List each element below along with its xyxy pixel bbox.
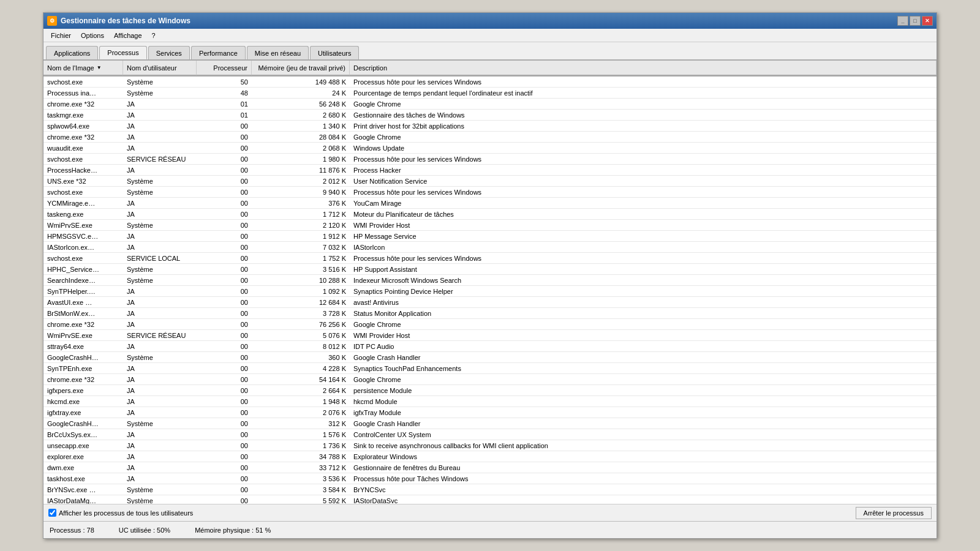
table-row[interactable]: YCMMirage.e… JA 00 376 K YouCam Mirage bbox=[43, 198, 937, 209]
cell-desc: avast! Antivirus bbox=[350, 298, 937, 307]
table-row[interactable]: svchost.exe Système 00 9 940 K Processus… bbox=[43, 187, 937, 198]
table-row[interactable]: hkcmd.exe JA 00 1 948 K hkcmd Module bbox=[43, 396, 937, 407]
cell-mem: 2 120 K bbox=[252, 221, 350, 230]
cell-name: ProcessHacke… bbox=[43, 166, 123, 174]
cell-cpu: 00 bbox=[197, 375, 252, 384]
menu-help[interactable]: ? bbox=[147, 31, 160, 40]
cell-name: WmiPrvSE.exe bbox=[43, 221, 123, 230]
table-row[interactable]: AvastUI.exe … JA 00 12 684 K avast! Anti… bbox=[43, 297, 937, 308]
table-row[interactable]: explorer.exe JA 00 34 788 K Explorateur … bbox=[43, 451, 937, 462]
table-row[interactable]: SearchIndexe… Système 00 10 288 K Indexe… bbox=[43, 275, 937, 286]
table-row[interactable]: HPMSGSVC.e… JA 00 1 912 K HP Message Ser… bbox=[43, 231, 937, 242]
cell-name: chrome.exe *32 bbox=[43, 375, 123, 384]
table-row[interactable]: taskhost.exe JA 00 3 536 K Processus hôt… bbox=[43, 473, 937, 484]
cell-desc: WMI Provider Host bbox=[350, 221, 937, 230]
cell-cpu: 00 bbox=[197, 452, 252, 461]
table-row[interactable]: taskmgr.exe JA 01 2 680 K Gestionnaire d… bbox=[43, 110, 937, 121]
cell-cpu: 00 bbox=[197, 210, 252, 219]
table-row[interactable]: svchost.exe SERVICE RÉSEAU 00 1 980 K Pr… bbox=[43, 154, 937, 165]
maximize-button[interactable]: □ bbox=[910, 16, 921, 26]
table-row[interactable]: HPHC_Service… Système 00 3 516 K HP Supp… bbox=[43, 264, 937, 275]
table-row[interactable]: chrome.exe *32 JA 00 54 164 K Google Chr… bbox=[43, 374, 937, 385]
show-all-processes-checkbox[interactable] bbox=[48, 509, 56, 517]
cell-desc: Google Chrome bbox=[350, 133, 937, 141]
table-row[interactable]: GoogleCrashH… Système 00 360 K Google Cr… bbox=[43, 352, 937, 363]
footer-checkbox-area: Afficher les processus de tous les utili… bbox=[48, 509, 193, 517]
cell-desc: Processus hôte pour Tâches Windows bbox=[350, 474, 937, 483]
end-process-button[interactable]: Arrêter le processus bbox=[856, 507, 932, 519]
table-row[interactable]: BrStMonW.ex… JA 00 3 728 K Status Monito… bbox=[43, 308, 937, 319]
cell-cpu: 00 bbox=[197, 254, 252, 263]
cell-name: splwow64.exe bbox=[43, 122, 123, 130]
cell-desc: Gestionnaire des tâches de Windows bbox=[350, 111, 937, 119]
table-row[interactable]: WmiPrvSE.exe SERVICE RÉSEAU 00 5 076 K W… bbox=[43, 330, 937, 341]
cell-name: UNS.exe *32 bbox=[43, 177, 123, 186]
table-row[interactable]: unsecapp.exe JA 00 1 736 K Sink to recei… bbox=[43, 440, 937, 451]
table-row[interactable]: WmiPrvSE.exe Système 00 2 120 K WMI Prov… bbox=[43, 220, 937, 231]
cell-name: chrome.exe *32 bbox=[43, 100, 123, 108]
tab-performance[interactable]: Performance bbox=[191, 46, 246, 59]
table-row[interactable]: svchost.exe SERVICE LOCAL 00 1 752 K Pro… bbox=[43, 253, 937, 264]
table-row[interactable]: BrYNSvc.exe … Système 00 3 584 K BrYNCSv… bbox=[43, 484, 937, 495]
cell-desc: Gestionnaire de fenêtres du Bureau bbox=[350, 463, 937, 472]
cell-desc: Indexeur Microsoft Windows Search bbox=[350, 276, 937, 285]
table-row[interactable]: igfxpers.exe JA 00 2 664 K persistence M… bbox=[43, 385, 937, 396]
cell-mem: 2 680 K bbox=[252, 111, 350, 119]
table-row[interactable]: Processus ina… Système 48 24 K Pourcenta… bbox=[43, 88, 937, 99]
table-row[interactable]: chrome.exe *32 JA 01 56 248 K Google Chr… bbox=[43, 99, 937, 110]
table-row[interactable]: BrCcUxSys.ex… JA 00 1 576 K ControlCente… bbox=[43, 429, 937, 440]
cell-name: GoogleCrashH… bbox=[43, 419, 123, 428]
close-button[interactable]: ✕ bbox=[922, 16, 933, 26]
tab-reseau[interactable]: Mise en réseau bbox=[247, 46, 309, 59]
table-row[interactable]: IAStorDataMg… Système 00 5 592 K IAStorD… bbox=[43, 495, 937, 504]
table-row[interactable]: SynTPHelper.… JA 00 1 092 K Synaptics Po… bbox=[43, 286, 937, 297]
col-header-name[interactable]: Nom de l'Image ▼ bbox=[43, 61, 123, 75]
cell-mem: 11 876 K bbox=[252, 166, 350, 174]
cell-name: svchost.exe bbox=[43, 155, 123, 163]
tab-services[interactable]: Services bbox=[148, 46, 190, 59]
table-row[interactable]: dwm.exe JA 00 33 712 K Gestionnaire de f… bbox=[43, 462, 937, 473]
process-table-body[interactable]: svchost.exe Système 50 149 488 K Process… bbox=[43, 77, 937, 504]
table-row[interactable]: sttray64.exe JA 00 8 012 K IDT PC Audio bbox=[43, 341, 937, 352]
cell-user: JA bbox=[123, 342, 197, 351]
table-row[interactable]: chrome.exe *32 JA 00 28 084 K Google Chr… bbox=[43, 132, 937, 143]
table-row[interactable]: SynTPEnh.exe JA 00 4 228 K Synaptics Tou… bbox=[43, 363, 937, 374]
table-row[interactable]: ProcessHacke… JA 00 11 876 K Process Hac… bbox=[43, 165, 937, 176]
table-row[interactable]: taskeng.exe JA 00 1 712 K Moteur du Plan… bbox=[43, 209, 937, 220]
tab-utilisateurs[interactable]: Utilisateurs bbox=[310, 46, 359, 59]
cell-user: JA bbox=[123, 111, 197, 119]
table-row[interactable]: igfxtray.exe JA 00 2 076 K igfxTray Modu… bbox=[43, 407, 937, 418]
table-row[interactable]: wuaudit.exe JA 00 2 068 K Windows Update bbox=[43, 143, 937, 154]
menu-fichier[interactable]: Fichier bbox=[46, 31, 76, 40]
cell-cpu: 00 bbox=[197, 177, 252, 186]
cell-cpu: 00 bbox=[197, 287, 252, 296]
table-row[interactable]: splwow64.exe JA 00 1 340 K Print driver … bbox=[43, 121, 937, 132]
table-row[interactable]: svchost.exe Système 50 149 488 K Process… bbox=[43, 77, 937, 88]
col-header-desc[interactable]: Description bbox=[350, 61, 937, 75]
menu-bar: Fichier Options Affichage ? bbox=[43, 29, 937, 42]
cell-desc: HP Support Assistant bbox=[350, 265, 937, 274]
col-header-cpu[interactable]: Processeur bbox=[197, 61, 252, 75]
minimize-button[interactable]: _ bbox=[897, 16, 908, 26]
table-row[interactable]: UNS.exe *32 Système 00 2 012 K User Noti… bbox=[43, 176, 937, 187]
cell-name: chrome.exe *32 bbox=[43, 133, 123, 141]
menu-affichage[interactable]: Affichage bbox=[109, 31, 147, 40]
table-row[interactable]: IAStorIcon.ex… JA 00 7 032 K IAStorIcon bbox=[43, 242, 937, 253]
menu-options[interactable]: Options bbox=[76, 31, 109, 40]
table-header: Nom de l'Image ▼ Nom d'utilisateur Proce… bbox=[43, 61, 937, 77]
cell-name: svchost.exe bbox=[43, 78, 123, 86]
tab-applications[interactable]: Applications bbox=[46, 46, 98, 59]
col-header-user[interactable]: Nom d'utilisateur bbox=[123, 61, 197, 75]
cell-name: BrStMonW.ex… bbox=[43, 309, 123, 318]
cell-desc: Sink to receive asynchronous callbacks f… bbox=[350, 441, 937, 450]
cell-desc: Pourcentage de temps pendant lequel l'or… bbox=[350, 89, 937, 97]
status-memory: Mémoire physique : 51 % bbox=[195, 527, 271, 534]
cell-mem: 8 012 K bbox=[252, 342, 350, 351]
col-header-mem[interactable]: Mémoire (jeu de travail privé) bbox=[252, 61, 350, 75]
status-processes: Processus : 78 bbox=[50, 527, 94, 534]
table-row[interactable]: chrome.exe *32 JA 00 76 256 K Google Chr… bbox=[43, 319, 937, 330]
table-row[interactable]: GoogleCrashH… Système 00 312 K Google Cr… bbox=[43, 418, 937, 429]
cell-desc: Google Chrome bbox=[350, 100, 937, 108]
cell-user: Système bbox=[123, 497, 197, 504]
tab-processus[interactable]: Processus bbox=[99, 46, 146, 59]
